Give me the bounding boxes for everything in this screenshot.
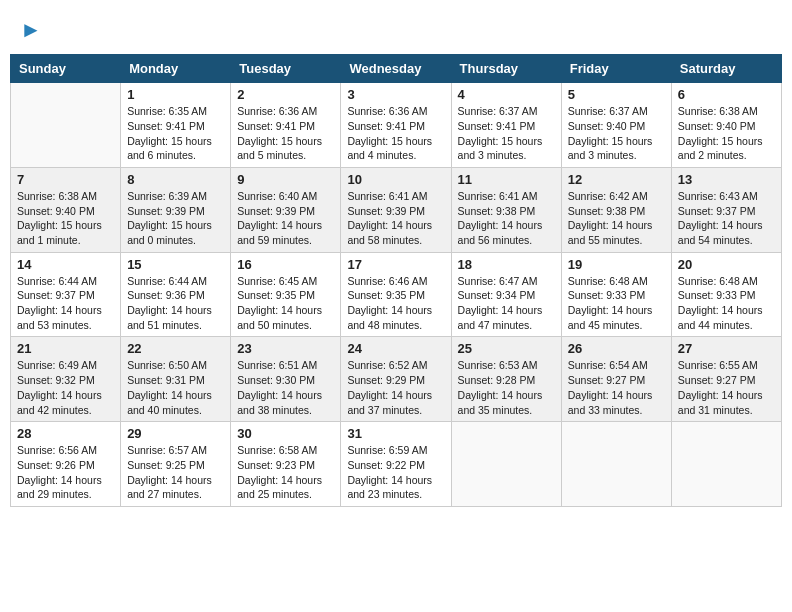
day-number: 1 [127,87,224,102]
day-of-week-header: Thursday [451,55,561,83]
day-number: 12 [568,172,665,187]
cell-info: Sunrise: 6:59 AMSunset: 9:22 PMDaylight:… [347,443,444,502]
day-number: 14 [17,257,114,272]
day-number: 16 [237,257,334,272]
day-of-week-header: Wednesday [341,55,451,83]
day-number: 22 [127,341,224,356]
calendar-table: SundayMondayTuesdayWednesdayThursdayFrid… [10,54,782,507]
calendar-cell: 29Sunrise: 6:57 AMSunset: 9:25 PMDayligh… [121,422,231,507]
cell-info: Sunrise: 6:39 AMSunset: 9:39 PMDaylight:… [127,189,224,248]
day-number: 31 [347,426,444,441]
calendar-week-row: 28Sunrise: 6:56 AMSunset: 9:26 PMDayligh… [11,422,782,507]
cell-info: Sunrise: 6:49 AMSunset: 9:32 PMDaylight:… [17,358,114,417]
day-of-week-header: Tuesday [231,55,341,83]
calendar-cell: 5Sunrise: 6:37 AMSunset: 9:40 PMDaylight… [561,83,671,168]
calendar-cell: 25Sunrise: 6:53 AMSunset: 9:28 PMDayligh… [451,337,561,422]
calendar-cell: 6Sunrise: 6:38 AMSunset: 9:40 PMDaylight… [671,83,781,168]
day-number: 28 [17,426,114,441]
cell-info: Sunrise: 6:36 AMSunset: 9:41 PMDaylight:… [237,104,334,163]
cell-info: Sunrise: 6:48 AMSunset: 9:33 PMDaylight:… [678,274,775,333]
cell-info: Sunrise: 6:41 AMSunset: 9:39 PMDaylight:… [347,189,444,248]
cell-info: Sunrise: 6:56 AMSunset: 9:26 PMDaylight:… [17,443,114,502]
day-number: 29 [127,426,224,441]
logo-text: ► [20,18,42,42]
calendar-week-row: 7Sunrise: 6:38 AMSunset: 9:40 PMDaylight… [11,167,782,252]
calendar-cell: 28Sunrise: 6:56 AMSunset: 9:26 PMDayligh… [11,422,121,507]
calendar-cell: 27Sunrise: 6:55 AMSunset: 9:27 PMDayligh… [671,337,781,422]
cell-info: Sunrise: 6:44 AMSunset: 9:36 PMDaylight:… [127,274,224,333]
calendar-cell: 21Sunrise: 6:49 AMSunset: 9:32 PMDayligh… [11,337,121,422]
calendar-cell: 26Sunrise: 6:54 AMSunset: 9:27 PMDayligh… [561,337,671,422]
calendar-cell: 15Sunrise: 6:44 AMSunset: 9:36 PMDayligh… [121,252,231,337]
day-number: 10 [347,172,444,187]
cell-info: Sunrise: 6:47 AMSunset: 9:34 PMDaylight:… [458,274,555,333]
cell-info: Sunrise: 6:50 AMSunset: 9:31 PMDaylight:… [127,358,224,417]
day-number: 2 [237,87,334,102]
calendar-cell: 24Sunrise: 6:52 AMSunset: 9:29 PMDayligh… [341,337,451,422]
calendar-week-row: 1Sunrise: 6:35 AMSunset: 9:41 PMDaylight… [11,83,782,168]
cell-info: Sunrise: 6:35 AMSunset: 9:41 PMDaylight:… [127,104,224,163]
page-header: ► [10,10,782,46]
calendar-cell: 18Sunrise: 6:47 AMSunset: 9:34 PMDayligh… [451,252,561,337]
calendar-cell: 10Sunrise: 6:41 AMSunset: 9:39 PMDayligh… [341,167,451,252]
day-number: 21 [17,341,114,356]
calendar-cell: 3Sunrise: 6:36 AMSunset: 9:41 PMDaylight… [341,83,451,168]
day-of-week-header: Monday [121,55,231,83]
cell-info: Sunrise: 6:55 AMSunset: 9:27 PMDaylight:… [678,358,775,417]
calendar-week-row: 21Sunrise: 6:49 AMSunset: 9:32 PMDayligh… [11,337,782,422]
cell-info: Sunrise: 6:57 AMSunset: 9:25 PMDaylight:… [127,443,224,502]
calendar-cell: 23Sunrise: 6:51 AMSunset: 9:30 PMDayligh… [231,337,341,422]
day-number: 25 [458,341,555,356]
cell-info: Sunrise: 6:43 AMSunset: 9:37 PMDaylight:… [678,189,775,248]
day-number: 18 [458,257,555,272]
calendar-cell: 19Sunrise: 6:48 AMSunset: 9:33 PMDayligh… [561,252,671,337]
day-number: 4 [458,87,555,102]
day-number: 26 [568,341,665,356]
calendar-cell: 2Sunrise: 6:36 AMSunset: 9:41 PMDaylight… [231,83,341,168]
logo: ► [20,18,42,42]
cell-info: Sunrise: 6:42 AMSunset: 9:38 PMDaylight:… [568,189,665,248]
calendar-cell: 9Sunrise: 6:40 AMSunset: 9:39 PMDaylight… [231,167,341,252]
calendar-cell: 11Sunrise: 6:41 AMSunset: 9:38 PMDayligh… [451,167,561,252]
cell-info: Sunrise: 6:37 AMSunset: 9:40 PMDaylight:… [568,104,665,163]
calendar-cell: 13Sunrise: 6:43 AMSunset: 9:37 PMDayligh… [671,167,781,252]
calendar-header-row: SundayMondayTuesdayWednesdayThursdayFrid… [11,55,782,83]
day-number: 24 [347,341,444,356]
calendar-cell: 1Sunrise: 6:35 AMSunset: 9:41 PMDaylight… [121,83,231,168]
day-of-week-header: Sunday [11,55,121,83]
day-number: 8 [127,172,224,187]
cell-info: Sunrise: 6:58 AMSunset: 9:23 PMDaylight:… [237,443,334,502]
calendar-cell: 14Sunrise: 6:44 AMSunset: 9:37 PMDayligh… [11,252,121,337]
day-number: 3 [347,87,444,102]
day-number: 23 [237,341,334,356]
calendar-cell [11,83,121,168]
cell-info: Sunrise: 6:48 AMSunset: 9:33 PMDaylight:… [568,274,665,333]
calendar-cell [561,422,671,507]
calendar-cell: 16Sunrise: 6:45 AMSunset: 9:35 PMDayligh… [231,252,341,337]
cell-info: Sunrise: 6:37 AMSunset: 9:41 PMDaylight:… [458,104,555,163]
day-number: 20 [678,257,775,272]
calendar-cell: 31Sunrise: 6:59 AMSunset: 9:22 PMDayligh… [341,422,451,507]
cell-info: Sunrise: 6:44 AMSunset: 9:37 PMDaylight:… [17,274,114,333]
calendar-cell: 4Sunrise: 6:37 AMSunset: 9:41 PMDaylight… [451,83,561,168]
cell-info: Sunrise: 6:38 AMSunset: 9:40 PMDaylight:… [678,104,775,163]
day-number: 5 [568,87,665,102]
day-number: 9 [237,172,334,187]
cell-info: Sunrise: 6:45 AMSunset: 9:35 PMDaylight:… [237,274,334,333]
calendar-cell [671,422,781,507]
calendar-cell: 12Sunrise: 6:42 AMSunset: 9:38 PMDayligh… [561,167,671,252]
calendar-cell [451,422,561,507]
day-number: 7 [17,172,114,187]
cell-info: Sunrise: 6:38 AMSunset: 9:40 PMDaylight:… [17,189,114,248]
cell-info: Sunrise: 6:51 AMSunset: 9:30 PMDaylight:… [237,358,334,417]
day-number: 11 [458,172,555,187]
calendar-cell: 30Sunrise: 6:58 AMSunset: 9:23 PMDayligh… [231,422,341,507]
day-number: 17 [347,257,444,272]
calendar-cell: 8Sunrise: 6:39 AMSunset: 9:39 PMDaylight… [121,167,231,252]
cell-info: Sunrise: 6:36 AMSunset: 9:41 PMDaylight:… [347,104,444,163]
cell-info: Sunrise: 6:40 AMSunset: 9:39 PMDaylight:… [237,189,334,248]
cell-info: Sunrise: 6:41 AMSunset: 9:38 PMDaylight:… [458,189,555,248]
day-of-week-header: Friday [561,55,671,83]
cell-info: Sunrise: 6:46 AMSunset: 9:35 PMDaylight:… [347,274,444,333]
calendar-cell: 7Sunrise: 6:38 AMSunset: 9:40 PMDaylight… [11,167,121,252]
